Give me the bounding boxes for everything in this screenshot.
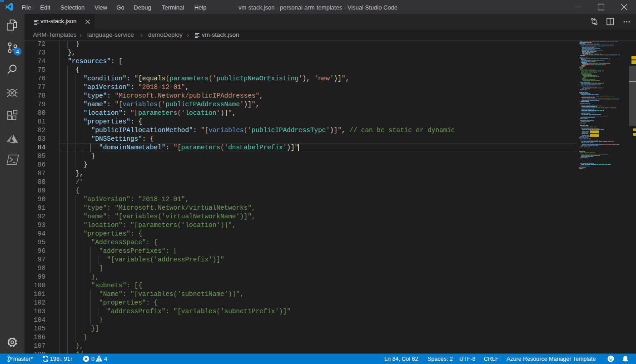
svg-text:4: 4 <box>16 49 19 54</box>
